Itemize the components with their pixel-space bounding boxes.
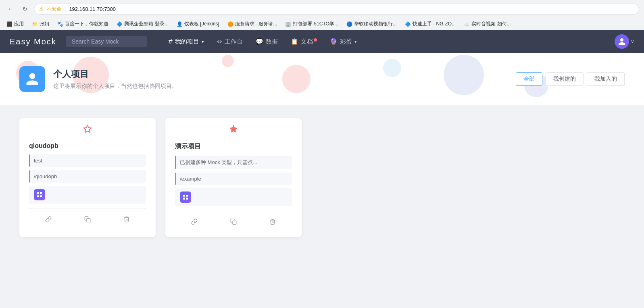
hero-section: 个人项目 这里将展示你的个人项目，当然也包括协同项目。 全部 我创建的 我加入的 xyxy=(0,53,644,105)
bubble-4 xyxy=(282,65,311,93)
project-delete-button-qloudopb[interactable] xyxy=(107,214,146,225)
main-content: qloudopb test /qloudopb xyxy=(0,105,644,266)
svg-rect-10 xyxy=(186,198,188,200)
bookmark-label: 实时音视频 如何... xyxy=(471,21,511,27)
nav-items: # 我的项目 ▾ ⇔ 工作台 💬 数据 📋 文档 🔮 彩蛋 ▾ xyxy=(163,34,605,49)
realtime-icon: ☁️ xyxy=(464,21,470,27)
hash-icon: # xyxy=(169,37,173,46)
security-icon: ⚠ xyxy=(39,6,44,12)
bookmark-realtime[interactable]: ☁️ 实时音视频 如何... xyxy=(461,20,514,28)
project-link-button-qloudopb[interactable] xyxy=(29,214,68,225)
svg-rect-2 xyxy=(40,192,42,194)
chat-icon: 💬 xyxy=(256,38,263,45)
nav-data[interactable]: 💬 数据 xyxy=(250,35,283,49)
svg-marker-6 xyxy=(230,125,237,132)
bookmark-huaruan[interactable]: 🔵 华软移动视频银行... xyxy=(343,20,400,28)
project-link-button-demo[interactable] xyxy=(175,216,214,227)
browser-toolbar: ← ↻ ⚠ 不安全 | 192.168.11.70:7300 xyxy=(0,0,644,18)
project-swagger-demo xyxy=(175,188,292,206)
bookmark-ngzorro[interactable]: 🔷 快速上手 - NG-ZO... xyxy=(402,20,459,28)
filter-all-button[interactable]: 全部 xyxy=(516,72,542,86)
bookmark-tencent[interactable]: 🔷 腾讯企业邮箱-登录... xyxy=(113,20,172,28)
bookmark-label: 华软移动视频银行... xyxy=(354,21,397,27)
egg-icon: 🔮 xyxy=(330,38,338,45)
project-description-qloudopb: test xyxy=(29,154,146,167)
jenkins-icon: 👤 xyxy=(177,21,183,27)
svg-rect-5 xyxy=(87,219,90,222)
bubble-7 xyxy=(383,59,401,77)
swagger-icon xyxy=(180,191,191,203)
projects-grid: qloudopb test /qloudopb xyxy=(19,118,302,237)
svg-rect-7 xyxy=(183,195,185,197)
bookmark-label: 打包部署-51CTO学... xyxy=(293,21,338,27)
hero-subtitle: 这里将展示你的个人项目，当然也包括协同项目。 xyxy=(53,83,177,90)
bookmark-dabaoshu[interactable]: 🏢 打包部署-51CTO学... xyxy=(282,20,341,28)
dropdown-icon: ▾ xyxy=(354,39,357,44)
bubble-3 xyxy=(222,55,234,67)
hero-text: 个人项目 这里将展示你的个人项目，当然也包括协同项目。 xyxy=(53,68,177,90)
project-description-demo: 已创建多种 Mock 类型，只需点... xyxy=(175,156,292,169)
project-name-demo: 演示项目 xyxy=(175,142,292,151)
bookmark-service[interactable]: 🟠 服务请求 - 服务请... xyxy=(224,20,281,28)
swagger-icon xyxy=(34,189,45,200)
user-dropdown-arrow[interactable]: ∨ xyxy=(631,39,634,44)
project-card-demo: 演示项目 已创建多种 Mock 类型，只需点... /example xyxy=(165,118,302,237)
filter-created-button[interactable]: 我创建的 xyxy=(546,72,584,86)
security-text: 不安全 xyxy=(47,6,61,12)
dabaoshu-icon: 🏢 xyxy=(285,21,291,27)
ngzorro-icon: 🔷 xyxy=(405,21,411,27)
project-copy-button-qloudopb[interactable] xyxy=(68,214,107,225)
project-url-demo: /example xyxy=(175,173,292,185)
header-right: ∨ xyxy=(615,34,634,49)
nav-docs[interactable]: 📋 文档 xyxy=(285,35,323,49)
bookmark-label: 服务请求 - 服务请... xyxy=(235,21,277,27)
bookmark-zhangna[interactable]: 📁 张娟 xyxy=(29,20,52,28)
nav-label: 数据 xyxy=(266,38,278,46)
baidu-icon: 🐾 xyxy=(57,21,63,27)
bubble-5 xyxy=(444,55,484,95)
project-name-qloudopb: qloudopb xyxy=(29,142,146,150)
nav-easter-egg[interactable]: 🔮 彩蛋 ▾ xyxy=(324,35,363,49)
bookmark-label: 快速上手 - NG-ZO... xyxy=(413,21,456,27)
user-avatar[interactable] xyxy=(615,34,629,49)
hero-title: 个人项目 xyxy=(53,68,177,80)
svg-rect-1 xyxy=(37,192,39,194)
refresh-button[interactable]: ↻ xyxy=(19,3,31,15)
nav-label: 工作台 xyxy=(225,38,243,46)
hero-content: 个人项目 这里将展示你的个人项目，当然也包括协同项目。 xyxy=(19,66,177,92)
exchange-icon: ⇔ xyxy=(217,38,222,45)
bookmark-baidu[interactable]: 🐾 百度一下，你就知道 xyxy=(54,20,112,28)
huaruan-icon: 🔵 xyxy=(346,21,352,27)
bookmarks-bar: ⬛ 应用 📁 张娟 🐾 百度一下，你就知道 🔷 腾讯企业邮箱-登录... 👤 仪… xyxy=(0,18,644,30)
nav-my-projects[interactable]: # 我的项目 ▾ xyxy=(163,34,210,49)
svg-rect-8 xyxy=(186,195,188,197)
bookmark-label: 应用 xyxy=(14,21,24,27)
svg-rect-3 xyxy=(37,195,39,197)
project-copy-button-demo[interactable] xyxy=(214,216,253,227)
tencent-icon: 🔷 xyxy=(117,21,123,27)
address-bar: ⚠ 不安全 | 192.168.11.70:7300 xyxy=(34,4,639,15)
app-header: Easy Mock # 我的项目 ▾ ⇔ 工作台 💬 数据 📋 文档 🔮 彩蛋 … xyxy=(0,30,644,53)
dropdown-icon: ▾ xyxy=(202,39,204,44)
search-input[interactable] xyxy=(66,36,147,47)
svg-rect-11 xyxy=(233,221,236,225)
bookmark-label: 张娟 xyxy=(40,21,49,27)
svg-rect-9 xyxy=(183,198,185,200)
docs-icon: 📋 xyxy=(291,38,298,45)
hero-actions: 全部 我创建的 我加入的 xyxy=(516,72,625,86)
browser-chrome: ← ↻ ⚠ 不安全 | 192.168.11.70:7300 ⬛ 应用 📁 张娟… xyxy=(0,0,644,30)
filter-joined-button[interactable]: 我加入的 xyxy=(587,72,625,86)
nav-label: 文档 xyxy=(301,38,313,46)
app-logo: Easy Mock xyxy=(10,37,56,46)
apps-icon: ⬛ xyxy=(6,21,13,27)
bookmark-jenkins[interactable]: 👤 仪表板 [Jenkins] xyxy=(173,20,223,28)
nav-label: 彩蛋 xyxy=(340,38,352,46)
bookmark-apps[interactable]: ⬛ 应用 xyxy=(3,20,27,28)
back-button[interactable]: ← xyxy=(5,3,16,15)
nav-label: 我的项目 xyxy=(175,38,199,46)
project-star-demo[interactable] xyxy=(229,125,238,136)
nav-workspace[interactable]: ⇔ 工作台 xyxy=(211,35,248,49)
bookmark-label: 腾讯企业邮箱-登录... xyxy=(124,21,169,27)
project-delete-button-demo[interactable] xyxy=(253,216,292,227)
project-star-qloudopb[interactable] xyxy=(83,125,92,136)
